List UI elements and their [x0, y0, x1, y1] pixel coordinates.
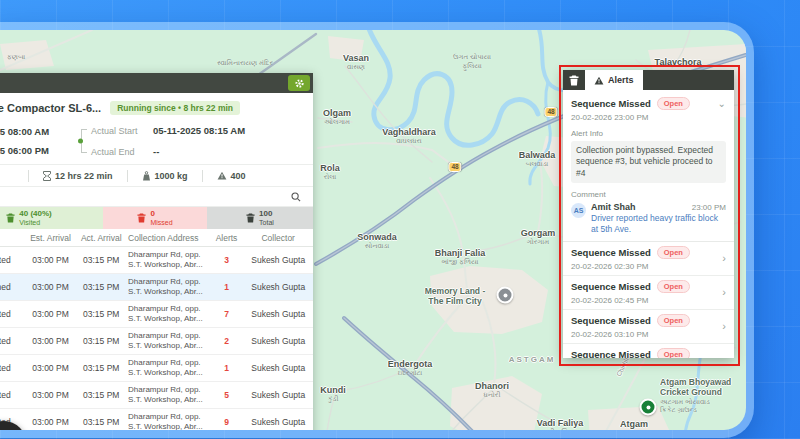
trash-icon — [6, 213, 15, 223]
row-collector: Sukesh Gupta — [243, 282, 313, 292]
trip-stats-row: 12 hrs 22 min 1000 kg 400 — [0, 164, 313, 187]
table-row[interactable]: Visited03:00 PM03:15 PMDharampur Rd, opp… — [0, 355, 313, 382]
duration-hourglass-icon — [43, 171, 51, 181]
alert-item-main: Sequence MissedOpen20-02-2026 02:45 PM — [571, 280, 722, 305]
tab-collections[interactable] — [563, 70, 585, 90]
table-search-row[interactable] — [0, 187, 313, 207]
chevron-right-icon[interactable]: › — [722, 321, 726, 332]
total-value: 100 — [259, 210, 274, 219]
table-row[interactable]: Planned03:00 PM03:15 PMDharampur Rd, opp… — [0, 274, 313, 301]
settings-button[interactable] — [288, 75, 310, 91]
row-alert-count: 5 — [210, 390, 244, 400]
alert-datetime: 20-02-2026 03:10 PM — [571, 330, 722, 339]
row-est-arrival: 03:00 PM — [25, 255, 77, 265]
alert-datetime: 20-02-2026 02:45 PM — [571, 296, 722, 305]
row-status: Visited — [0, 255, 25, 265]
chevron-right-icon[interactable]: › — [722, 287, 726, 298]
alert-info-text: Collection point bypassed. Expected sequ… — [571, 141, 726, 183]
header-collector: Collector — [243, 233, 313, 243]
alert-datetime: 20-02-2026 02:30 PM — [571, 262, 722, 271]
row-act-arrival: 03:15 PM — [76, 390, 126, 400]
row-est-arrival: 03:00 PM — [25, 309, 77, 319]
row-address: Dharampur Rd, opp.S.T. Workshop, Abr... — [126, 304, 210, 324]
tab-alerts[interactable]: Alerts — [585, 70, 643, 90]
schedule-bracket — [77, 127, 89, 155]
alert-title: Sequence Missed — [571, 315, 651, 326]
warning-triangle-icon — [217, 171, 227, 180]
table-row[interactable]: Visited03:00 PM03:15 PMDharampur Rd, opp… — [0, 301, 313, 328]
actual-end-value: -- — [153, 146, 159, 157]
row-alert-count: 1 — [210, 363, 244, 373]
trash-icon — [137, 213, 146, 223]
row-est-arrival: 03:00 PM — [25, 417, 77, 427]
row-status: Visited — [0, 336, 25, 346]
row-act-arrival: 03:15 PM — [76, 336, 126, 346]
warning-triangle-icon — [594, 76, 604, 85]
visited-label: Visited — [19, 219, 51, 227]
memory-land-poi[interactable] — [497, 287, 514, 304]
alert-datetime: 20-02-2026 23:00 PM — [571, 113, 726, 122]
row-alert-count: 3 — [210, 255, 244, 265]
alert-expanded[interactable]: Sequence Missed Open ⌄ 20-02-2026 23:00 … — [563, 90, 734, 242]
gear-icon — [294, 78, 305, 89]
trip-duration: 12 hrs 22 min — [55, 171, 113, 181]
row-address: Dharampur Rd, opp.S.T. Workshop, Abr... — [126, 412, 210, 430]
row-status: Visited — [0, 390, 25, 400]
collection-progress-bar: 40 (40%)Visited 0Missed 100Total — [0, 207, 313, 229]
header-est-arrival: Est. Arrival — [25, 233, 77, 243]
row-collector: Sukesh Gupta — [243, 390, 313, 400]
row-est-arrival: 03:00 PM — [25, 363, 77, 373]
alerts-panel: Alerts Sequence Missed Open ⌄ 20-02-2026… — [563, 70, 734, 358]
comment-author: Amit Shah — [591, 202, 636, 212]
row-alert-count: 1 — [210, 282, 244, 292]
table-row[interactable]: Visited03:00 PM03:15 PMDharampur Rd, opp… — [0, 409, 313, 430]
row-status: Planned — [0, 282, 25, 292]
row-collector: Sukesh Gupta — [243, 363, 313, 373]
chevron-right-icon[interactable]: › — [722, 253, 726, 264]
table-row[interactable]: Visited03:00 PM03:15 PMDharampur Rd, opp… — [0, 247, 313, 274]
row-alert-count: 2 — [210, 336, 244, 346]
row-act-arrival: 03:15 PM — [76, 417, 126, 427]
row-act-arrival: 03:15 PM — [76, 282, 126, 292]
alert-status-badge: Open — [657, 314, 690, 327]
alert-title: Sequence Missed — [571, 247, 651, 258]
alert-status-badge: Open — [657, 97, 690, 110]
alert-list-item[interactable]: Sequence MissedOpen20-02-2026 02:45 PM› — [563, 276, 734, 310]
row-est-arrival: 03:00 PM — [25, 282, 77, 292]
alert-list: Sequence MissedOpen20-02-2026 02:30 PM›S… — [563, 242, 734, 359]
cricket-ground-poi[interactable] — [640, 399, 657, 416]
alert-list-item[interactable]: Sequence MissedOpen20-02-2026 03:30 PM› — [563, 344, 734, 359]
row-est-arrival: 03:00 PM — [25, 336, 77, 346]
running-status-badge: Running since • 8 hrs 22 min — [110, 101, 240, 115]
alert-item-main: Sequence MissedOpen20-02-2026 03:30 PM — [571, 348, 722, 359]
alert-list-item[interactable]: Sequence MissedOpen20-02-2026 02:30 PM› — [563, 242, 734, 276]
trip-weight: 1000 kg — [155, 171, 188, 181]
row-est-arrival: 03:00 PM — [25, 390, 77, 400]
row-address: Dharampur Rd, opp.S.T. Workshop, Abr... — [126, 331, 210, 351]
table-row[interactable]: Visited03:00 PM03:15 PMDharampur Rd, opp… — [0, 382, 313, 409]
header-alerts: Alerts — [210, 233, 244, 243]
row-address: Dharampur Rd, opp.S.T. Workshop, Abr... — [126, 358, 210, 378]
alert-title: Sequence Missed — [571, 349, 651, 359]
row-collector: Sukesh Gupta — [243, 417, 313, 427]
header-collection-address: Collection Address — [126, 233, 210, 243]
highway-48-shield: 48 — [544, 107, 557, 117]
actual-start-label: Actual Start — [91, 126, 147, 136]
row-collector: Sukesh Gupta — [243, 336, 313, 346]
visited-segment: 40 (40%)Visited — [0, 207, 103, 229]
chevron-up-icon[interactable]: ⌄ — [718, 98, 726, 109]
missed-segment: 0Missed — [103, 207, 207, 229]
trash-icon — [246, 213, 255, 223]
row-address: Dharampur Rd, opp.S.T. Workshop, Abr... — [126, 385, 210, 405]
planned-end-time: 05-11-2025 06:00 PM — [0, 145, 75, 156]
alert-status-badge: Open — [657, 246, 690, 259]
chevron-right-icon[interactable]: › — [722, 355, 726, 359]
row-act-arrival: 03:15 PM — [76, 309, 126, 319]
table-row[interactable]: Visited03:00 PM03:15 PMDharampur Rd, opp… — [0, 328, 313, 355]
alert-list-item[interactable]: Sequence MissedOpen20-02-2026 03:10 PM› — [563, 310, 734, 344]
row-collector: Sukesh Gupta — [243, 309, 313, 319]
trash-icon — [569, 75, 579, 86]
search-icon[interactable] — [291, 192, 301, 202]
alert-status-badge: Open — [657, 280, 690, 293]
alert-title: Sequence Missed — [571, 98, 651, 109]
